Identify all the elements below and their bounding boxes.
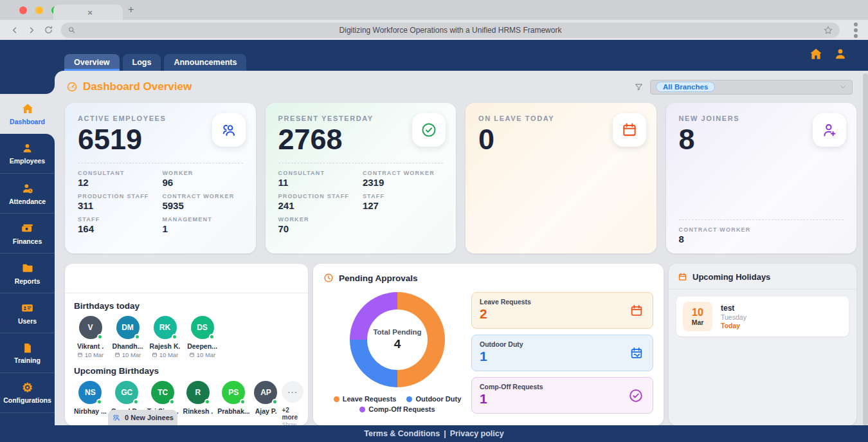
legend-leave-requests: Leave Requests: [334, 395, 397, 403]
breakdown-item: WORKER70: [278, 216, 363, 234]
sidebar: Dashboard Employees Attendance Finances: [0, 71, 55, 425]
online-dot: [97, 334, 103, 340]
user-icon: [833, 47, 847, 61]
birthday-person[interactable]: RK Rajesh K. 10 Mar: [149, 316, 181, 358]
birthday-person[interactable]: V Vikrant . 10 Mar: [74, 316, 107, 358]
holiday-status: Today: [721, 322, 746, 329]
birthday-person[interactable]: DM Dhandh... 10 Mar: [111, 316, 144, 358]
banknote-icon: [21, 221, 34, 235]
gear-icon: ⚙: [22, 382, 33, 394]
calendar-icon: [189, 352, 195, 358]
sidebar-item-employees[interactable]: Employees: [0, 134, 55, 174]
card-on-leave-today: ON LEAVE TODAY 0: [466, 103, 656, 253]
avatar: DM: [116, 316, 140, 339]
holiday-name: test: [721, 304, 746, 313]
home-icon: [809, 47, 823, 61]
leave-requests-card[interactable]: Leave Requests 2: [471, 292, 653, 329]
check-circle-icon: [628, 388, 644, 403]
stat-cards-row: ACTIVE EMPLOYEES 6519 CONSULTANT12 WORKE…: [55, 97, 868, 253]
donut-legend: Leave Requests Outdoor Duty Comp-Off Req…: [334, 395, 462, 413]
clock-icon: [323, 273, 334, 283]
person-plus-icon: [813, 113, 846, 147]
card-new-joiners: NEW JOINERS 8 CONTRACT WORKER8: [666, 103, 857, 253]
holiday-date-tile: 10 Mar: [683, 302, 712, 331]
forward-button[interactable]: [27, 26, 36, 35]
person-clock-icon: [21, 182, 34, 195]
pending-donut[interactable]: Total Pending 4: [350, 292, 445, 387]
id-card-icon: [21, 301, 34, 315]
tab-close-icon[interactable]: ×: [87, 8, 93, 17]
person-icon: [21, 142, 33, 154]
people-icon: [112, 413, 121, 422]
birthdays-card: 4 Birthdays 2 Work Anniversaries 0 New J…: [65, 264, 308, 425]
calendar-icon: [678, 272, 687, 282]
card-present-yesterday: PRESENT YESTERDAY 2768 CONSULTANT11 CONT…: [266, 103, 457, 253]
reload-button[interactable]: [44, 25, 53, 35]
sidebar-item-attendance[interactable]: Attendance: [0, 174, 55, 214]
filter-icon[interactable]: [634, 82, 644, 92]
birthday-person[interactable]: AP Ajay P.: [254, 381, 277, 425]
profile-button[interactable]: [833, 47, 847, 64]
window-minimize-button[interactable]: [35, 6, 43, 14]
branch-select[interactable]: All Branches: [650, 80, 853, 95]
tab-logs[interactable]: Logs: [123, 54, 161, 71]
holiday-item[interactable]: 10 Mar test Tuesday Today: [676, 297, 849, 336]
sidebar-item-configurations[interactable]: ⚙ Configurations: [0, 373, 55, 413]
birthday-person[interactable]: PS Prabhak...: [217, 381, 249, 425]
calendar-icon: [629, 304, 644, 318]
pending-approvals-card: Pending Approvals Total Pending 4: [313, 264, 664, 425]
tab-new-joinees[interactable]: 0 New Joinees: [108, 410, 177, 425]
breakdown-item: WORKER96: [162, 170, 242, 188]
birthday-person[interactable]: NS Nirbhay ...: [74, 381, 107, 425]
folder-icon: [21, 262, 34, 275]
birthday-person[interactable]: R Rinkesh .: [183, 381, 213, 425]
birthdays-today-heading: Birthdays today: [74, 301, 299, 311]
avatar: NS: [78, 381, 102, 404]
breakdown-item: CONSULTANT11: [278, 170, 363, 188]
online-dot: [96, 399, 102, 405]
browser-tab[interactable]: ×: [53, 5, 123, 20]
sidebar-item-training[interactable]: Training: [0, 333, 55, 373]
birthday-person[interactable]: DS Deepen... 10 Mar: [186, 316, 219, 358]
browser-menu-button[interactable]: [851, 21, 860, 39]
outdoor-duty-card[interactable]: Outdoor Duty 1: [471, 335, 653, 371]
browser-toolbar: Digitizing Workforce Operations with a U…: [0, 20, 868, 40]
avatar: PS: [222, 381, 245, 404]
sidebar-item-dashboard[interactable]: Dashboard: [0, 94, 55, 134]
avatar: AP: [254, 381, 277, 404]
privacy-link[interactable]: Privacy policy: [450, 429, 504, 438]
ellipsis-icon: ···: [282, 381, 303, 403]
sidebar-item-finances[interactable]: Finances: [0, 214, 55, 253]
pending-approvals-title: Pending Approvals: [339, 273, 418, 283]
tab-announcements[interactable]: Announcements: [164, 54, 246, 71]
back-button[interactable]: [10, 26, 19, 35]
avatar: V: [79, 316, 102, 339]
online-dot: [169, 399, 175, 405]
panel-scrollbar[interactable]: [863, 73, 868, 425]
upcoming-birthdays-heading: Upcoming Birthdays: [74, 366, 299, 376]
sidebar-item-reports[interactable]: Reports: [0, 253, 55, 293]
url-bar[interactable]: Digitizing Workforce Operations with a U…: [61, 23, 840, 38]
breakdown-item: STAFF127: [363, 193, 443, 211]
terms-link[interactable]: Terms & Conditions: [364, 429, 440, 438]
donut-center: Total Pending 4: [367, 309, 428, 370]
new-tab-button[interactable]: +: [128, 4, 134, 15]
avatar: GC: [115, 381, 138, 404]
check-circle-icon: [412, 113, 446, 147]
breakdown-item: PRODUCTION STAFF311: [78, 193, 162, 211]
browser-titlebar: × +: [0, 0, 868, 20]
home-button[interactable]: [809, 47, 823, 64]
sidebar-item-users[interactable]: Users: [0, 293, 55, 333]
window-close-button[interactable]: [19, 6, 27, 14]
comp-off-requests-card[interactable]: Comp-Off Requests 1: [471, 377, 653, 414]
back-icon: [10, 26, 19, 35]
gauge-icon: [66, 81, 78, 93]
show-all-more[interactable]: ··· +2 more Show all: [282, 381, 303, 425]
calendar-icon: [77, 352, 83, 358]
tab-overview[interactable]: Overview: [64, 54, 120, 71]
online-dot: [209, 334, 215, 340]
upcoming-holidays-title: Upcoming Holidays: [692, 272, 770, 282]
app-topbar: Overview Logs Announcements: [0, 40, 868, 71]
people-icon: [212, 113, 246, 147]
app-footer: Terms & Conditions | Privacy policy: [0, 425, 868, 442]
